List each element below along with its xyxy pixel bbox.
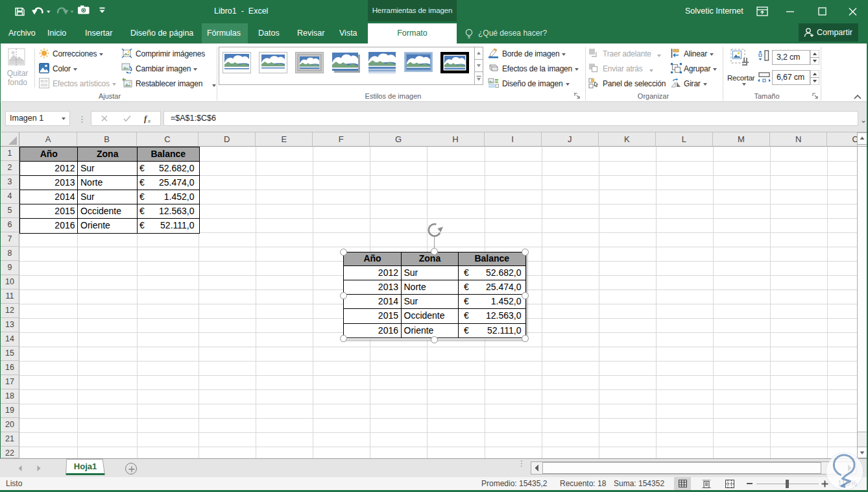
svg-text:x: x bbox=[147, 117, 151, 124]
